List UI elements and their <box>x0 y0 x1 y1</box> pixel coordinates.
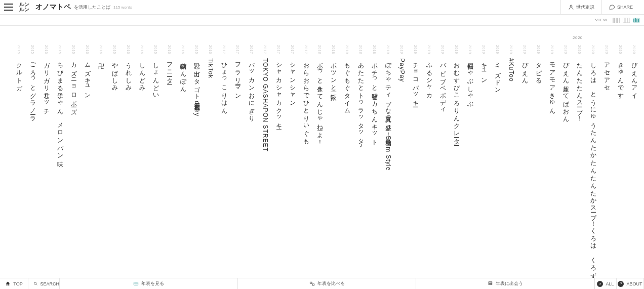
item-text: あたたとトゥラッタッタ♪ <box>356 58 365 149</box>
timeline-item[interactable]: 2015ガリガリ君リッチ <box>39 45 53 278</box>
user-icon <box>568 4 574 10</box>
home-icon <box>5 281 11 286</box>
share-button[interactable]: SHARE <box>601 0 640 15</box>
card-icon <box>133 281 139 286</box>
search-button[interactable]: SEARCH <box>28 278 60 289</box>
item-year: 2017 <box>277 45 280 54</box>
timeline-item[interactable]: 2019チョコバッキー <box>409 45 422 278</box>
timeline-item[interactable]: 2016思い出ガタゴト 東京都電diary <box>190 45 204 278</box>
timeline-item[interactable]: 2016ムズキュン <box>80 45 94 278</box>
item-text: ポチっと発明ピカちんキット <box>370 58 379 143</box>
timeline-item[interactable]: 2019#KuToo <box>504 45 518 278</box>
all-button[interactable]: × ALL <box>594 278 617 289</box>
view-timeline-button[interactable]: 年表を見る <box>60 278 238 289</box>
svg-rect-8 <box>628 18 630 23</box>
item-text: ぴえん超えてぱおん <box>561 58 570 119</box>
logo[interactable]: ルン ルン <box>19 2 29 12</box>
timeline-items: 2020ぴえんアイ2020きゅんです2020アセアセ2020しろは、とうにゅうた… <box>0 45 644 278</box>
timeline-item[interactable]: 2018ポチっと発明ピカちんキット <box>368 45 381 278</box>
top-label: TOP <box>13 281 22 286</box>
view-bar: VIEW <box>0 15 644 26</box>
timeline-item[interactable]: 2017TOKYO GASHAPON STREET <box>258 45 272 278</box>
timeline-item[interactable]: 2019ふるシャカ <box>422 45 436 278</box>
footer: TOP SEARCH 年表を見る 年表を比べる 年表に出会う × ALL ? A… <box>0 278 644 289</box>
timeline-item[interactable]: 2017シャンシャン <box>286 45 299 278</box>
item-text: タピる <box>534 58 543 81</box>
item-year: 2020 <box>619 45 622 54</box>
top-button[interactable]: TOP <box>0 278 28 289</box>
item-year: 2016 <box>86 45 89 54</box>
view-dense-icon[interactable] <box>613 18 620 23</box>
item-year: 2019 <box>441 45 445 54</box>
timeline-item[interactable]: 2019ぴえん <box>518 45 532 278</box>
item-year: 2017 <box>304 45 308 54</box>
timeline-item[interactable]: 2016やばしみ <box>108 45 122 278</box>
item-text: おむすびころりんクレーター <box>452 58 461 143</box>
timeline-item[interactable]: 2016動物ぽんぽん <box>176 45 190 278</box>
timeline-item[interactable]: 2018ぽちゃティブな夏真っ盛り！最旬Swim Style <box>381 45 395 278</box>
timeline-item[interactable]: 2017パッカンおにぎり <box>245 45 258 278</box>
timeline-item[interactable]: 2016カズニョロポーズ <box>67 45 80 278</box>
timeline-item[interactable]: 2018あたたとトゥラッタッタ♪ <box>354 45 368 278</box>
timeline-item[interactable]: 2015クルトガ <box>12 45 26 278</box>
item-year: 2017 <box>222 45 226 54</box>
timeline-item[interactable]: 2015ごろっとグラノーラ <box>26 45 39 278</box>
timeline-item[interactable]: 2016うれしみ <box>122 45 135 278</box>
timeline-item[interactable]: 2017フラリーマン <box>231 45 245 278</box>
timeline-item[interactable]: 2016しんどみ <box>135 45 149 278</box>
timeline-item[interactable]: 2020アセアセ <box>600 45 614 278</box>
timeline-item[interactable]: 2016フニーター <box>163 45 176 278</box>
timeline-item[interactable]: 2016卍 <box>94 45 108 278</box>
item-text: シャカシャカクッキー <box>274 58 283 127</box>
timeline-item[interactable]: 2019タピる <box>532 45 545 278</box>
view-columns-icon[interactable] <box>623 18 630 23</box>
timeline-item[interactable]: 2019おむすびころりんクレーター <box>450 45 463 278</box>
svg-rect-11 <box>636 19 637 22</box>
item-year: 2016 <box>140 45 144 54</box>
timeline-item[interactable]: 2018ボツンと一軒家 <box>327 45 340 278</box>
timeline-item[interactable]: 2017シャカシャカクッキー <box>272 45 286 278</box>
timeline-item[interactable]: 2020ぴえんアイ <box>627 45 641 278</box>
timeline-item[interactable]: 2019PayPay <box>395 45 409 278</box>
timeline-item[interactable]: 2018もぐもぐタイム <box>340 45 354 278</box>
timeline-item[interactable]: 2020しろは、とうにゅうたんたかたんたんたかスープ！くろは、くろずさんさん、 <box>586 45 600 278</box>
about-button[interactable]: ? ABOUT <box>617 278 644 289</box>
item-text: しょんどい <box>151 58 160 96</box>
timeline-item[interactable]: 2018ボーっと生きてんじゃねーよ！ <box>313 45 327 278</box>
item-text: ボーっと生きてんじゃねーよ！ <box>315 58 324 142</box>
item-text: ひょっこりはん <box>220 58 228 111</box>
timeline-item[interactable]: 2019キュン <box>477 45 491 278</box>
timeline-item[interactable]: 2016TikTok <box>204 45 217 278</box>
item-text: フラリーマン <box>233 58 242 97</box>
item-year: 2018 <box>345 45 349 54</box>
meet-timeline-button[interactable]: 年表に出会う <box>416 278 594 289</box>
svg-rect-12 <box>638 19 639 22</box>
svg-rect-7 <box>625 18 627 23</box>
item-text: ボツンと一軒家 <box>329 58 338 90</box>
timeline-item[interactable]: 2020たんたたんスープ！ <box>573 45 586 278</box>
timeline-item[interactable]: 2019回転しゃぶしゃぶ <box>463 45 477 278</box>
timeline-item[interactable]: 2020ぴえん超えてぱおん <box>559 45 573 278</box>
item-year: 2020 <box>591 45 595 54</box>
item-year: 2018 <box>332 45 335 54</box>
hamburger-menu[interactable] <box>4 4 13 11</box>
item-year: 2019 <box>496 45 499 54</box>
page-title: オノマトペ <box>35 3 71 12</box>
item-text: ミ:ズドン <box>493 58 502 91</box>
view-timeline-icon[interactable] <box>633 18 640 23</box>
timeline-item[interactable]: 2019モアモアきゅん <box>545 45 559 278</box>
timeline-item[interactable]: 2017ひょっこりはん <box>217 45 231 278</box>
timeline-item[interactable]: 2019バビブベボディ <box>436 45 450 278</box>
item-text: バビブベボディ <box>438 58 447 111</box>
timeline-item[interactable]: 2015ちびまる子にゃん メロンパン味 <box>53 45 67 278</box>
item-text: ぴえん <box>520 58 529 81</box>
timeline-item[interactable]: 2019ミ:ズドン <box>491 45 504 278</box>
user-ruler-button[interactable]: 世代定規 <box>560 0 601 15</box>
compare-timeline-button[interactable]: 年表を比べる <box>238 278 416 289</box>
svg-rect-1 <box>613 18 614 23</box>
timeline-item[interactable]: 2017おらおらでひとりいぐも <box>299 45 313 278</box>
timeline-item[interactable]: 2020きゅんです <box>614 45 627 278</box>
timeline-item[interactable]: 2016しょんどい <box>149 45 163 278</box>
item-text: うれしみ <box>124 58 133 89</box>
item-year: 2016 <box>99 45 103 54</box>
